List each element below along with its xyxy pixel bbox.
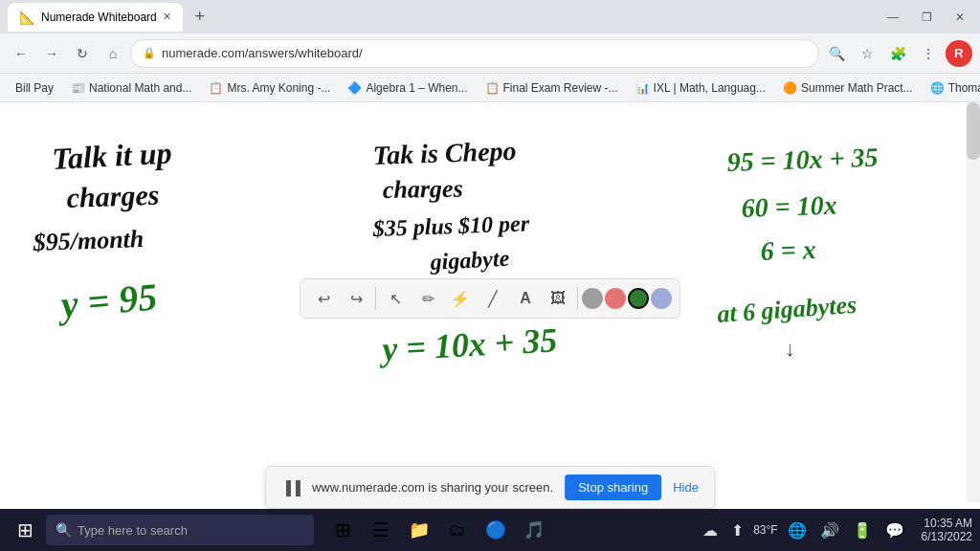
bookmark-amy-koning[interactable]: 📋 Mrs. Amy Koning -... <box>201 79 338 97</box>
url-input[interactable]: 🔒 numerade.com/answers/whiteboard/ <box>130 39 819 68</box>
date-display: 6/13/2022 <box>922 530 972 543</box>
taskbar-clock[interactable]: 10:35 AM 6/13/2022 <box>922 517 972 543</box>
taskbar-app-cortana[interactable]: ⊞ <box>325 513 360 547</box>
tab-close-button[interactable]: ✕ <box>163 11 171 23</box>
more-icon[interactable]: ⋮ <box>915 40 942 67</box>
image-tool-button[interactable]: 🖼 <box>543 283 573 314</box>
bookmark-label: Final Exam Review -... <box>503 81 618 95</box>
line-tool-button[interactable]: ╱ <box>478 283 508 314</box>
color-pink[interactable] <box>605 288 626 309</box>
address-actions: 🔍 ☆ 🧩 ⋮ R <box>823 40 972 67</box>
eraser-tool-button[interactable]: ⚡ <box>445 283 476 314</box>
scrollbar-thumb[interactable] <box>967 102 980 160</box>
bookmark-label: Mrs. Amy Koning -... <box>227 81 330 95</box>
scrollbar-track[interactable] <box>967 102 980 502</box>
color-gray[interactable] <box>582 288 603 309</box>
bookmark-icon: 🔷 <box>347 81 362 95</box>
notification-icon[interactable]: 💬 <box>881 521 908 540</box>
bookmark-bill-pay[interactable]: Bill Pay <box>8 79 61 97</box>
volume-icon[interactable]: 🔊 <box>816 521 843 540</box>
bookmarks-bar: Bill Pay 📰 National Math and... 📋 Mrs. A… <box>0 74 980 102</box>
battery-icon[interactable]: 🔋 <box>849 521 876 540</box>
network-icon[interactable]: 🌐 <box>784 521 811 540</box>
start-button[interactable]: ⊞ <box>8 513 42 547</box>
bookmark-label: National Math and... <box>89 81 191 95</box>
taskbar-apps: ⊞ ☰ 📁 🗂 🔵 🎵 <box>325 513 551 547</box>
weather-icon[interactable]: ⬆ <box>727 521 747 540</box>
search-bar[interactable]: 🔍 Type here to search <box>46 515 314 545</box>
search-icon: 🔍 <box>56 522 72 538</box>
taskbar-app-explorer[interactable]: 📁 <box>402 513 436 547</box>
color-lavender[interactable] <box>651 288 672 309</box>
bookmark-icon: 🟠 <box>783 81 797 95</box>
temp-display: 83°F <box>753 523 777 537</box>
svg-text:6 = x: 6 = x <box>760 234 816 266</box>
bookmark-summer-math[interactable]: 🟠 Summer Math Pract... <box>775 79 921 97</box>
tab-title: Numerade Whiteboard <box>41 11 157 24</box>
redo-button[interactable]: ↪ <box>341 283 371 314</box>
close-button[interactable]: ✕ <box>947 9 972 26</box>
svg-text:y = 95: y = 95 <box>56 275 159 326</box>
url-text: numerade.com/answers/whiteboard/ <box>162 46 363 60</box>
bookmark-label: Thomastik-Infeld C... <box>948 81 980 95</box>
browser-tab[interactable]: 📐 Numerade Whiteboard ✕ <box>8 3 183 32</box>
taskbar-app-music[interactable]: 🎵 <box>517 513 551 547</box>
svg-text:gigabyte: gigabyte <box>429 246 510 275</box>
minimize-button[interactable]: — <box>880 9 906 26</box>
whiteboard-toolbar: ↩ ↪ ↖ ✏ ⚡ ╱ A 🖼 <box>300 278 680 319</box>
title-bar: 📐 Numerade Whiteboard ✕ + — ❐ ✕ <box>0 0 980 33</box>
svg-text:Talk it up: Talk it up <box>51 135 172 175</box>
back-button[interactable]: ← <box>8 40 34 67</box>
forward-button[interactable]: → <box>38 40 65 67</box>
whiteboard-area[interactable]: ↩ ↪ ↖ ✏ ⚡ ╱ A 🖼 Talk it up charges $95/m… <box>0 102 980 502</box>
search-address-icon[interactable]: 🔍 <box>823 40 850 67</box>
taskbar-app-taskview[interactable]: ☰ <box>364 513 398 547</box>
bookmark-icon: 🌐 <box>930 81 945 95</box>
bookmark-final-exam[interactable]: 📋 Final Exam Review -... <box>478 79 626 97</box>
svg-text:Tak is Chepo: Tak is Chepo <box>372 136 517 170</box>
bookmark-thomastik[interactable]: 🌐 Thomastik-Infeld C... <box>923 79 980 97</box>
stop-sharing-button[interactable]: Stop sharing <box>565 474 661 500</box>
taskbar-system-icons: ☁ ⬆ 83°F 🌐 🔊 🔋 💬 10:35 AM 6/13/2022 <box>699 517 972 543</box>
bookmark-algebra[interactable]: 🔷 Algebra 1 – When... <box>340 79 475 97</box>
window-controls: — ❐ ✕ <box>880 9 972 26</box>
taskbar-app-files[interactable]: 🗂 <box>440 513 475 547</box>
sharing-message: www.numerade.com is sharing your screen. <box>312 480 553 495</box>
refresh-button[interactable]: ↻ <box>69 40 96 67</box>
extension-icon[interactable]: 🧩 <box>884 40 911 67</box>
bookmark-label: Summer Math Pract... <box>801 81 913 95</box>
bookmark-label: Algebra 1 – When... <box>366 81 467 95</box>
svg-text:↓: ↓ <box>785 337 795 361</box>
bookmark-label: IXL | Math, Languag... <box>654 81 766 95</box>
svg-text:charges: charges <box>66 179 160 213</box>
cloud-icon[interactable]: ☁ <box>699 521 722 540</box>
hide-banner-button[interactable]: Hide <box>673 480 699 495</box>
svg-text:charges: charges <box>383 175 463 204</box>
sharing-screen-icon: ▐▐ <box>281 480 301 496</box>
profile-avatar[interactable]: R <box>946 40 972 67</box>
undo-button[interactable]: ↩ <box>308 283 339 314</box>
bookmark-icon: 📋 <box>485 81 500 95</box>
maximize-button[interactable]: ❐ <box>914 9 940 26</box>
text-tool-button[interactable]: A <box>510 283 541 314</box>
bookmark-icon[interactable]: ☆ <box>854 40 880 67</box>
bookmark-icon: 📋 <box>209 81 223 95</box>
bookmark-national-math[interactable]: 📰 National Math and... <box>63 79 199 97</box>
pencil-tool-button[interactable]: ✏ <box>412 283 443 314</box>
taskbar: ⊞ 🔍 Type here to search ⊞ ☰ 📁 🗂 🔵 🎵 ☁ ⬆ … <box>0 509 980 551</box>
svg-text:95 = 10x + 35: 95 = 10x + 35 <box>726 143 879 177</box>
search-placeholder: Type here to search <box>78 523 188 538</box>
svg-text:$35 plus $10 per: $35 plus $10 per <box>371 210 530 241</box>
taskbar-app-chrome[interactable]: 🔵 <box>479 513 513 547</box>
bookmark-ixl[interactable]: 📊 IXL | Math, Languag... <box>628 79 773 97</box>
svg-text:60 = 10x: 60 = 10x <box>741 190 837 223</box>
color-green[interactable] <box>628 288 649 309</box>
bookmark-icon: 📊 <box>635 81 650 95</box>
home-button[interactable]: ⌂ <box>100 40 126 67</box>
select-tool-button[interactable]: ↖ <box>380 283 411 314</box>
new-tab-button[interactable]: + <box>187 4 213 31</box>
lock-icon: 🔒 <box>143 47 156 59</box>
svg-text:at 6 gigabytes: at 6 gigabytes <box>716 291 858 328</box>
bookmark-label: Bill Pay <box>15 81 54 95</box>
svg-text:$95/month: $95/month <box>32 225 145 256</box>
